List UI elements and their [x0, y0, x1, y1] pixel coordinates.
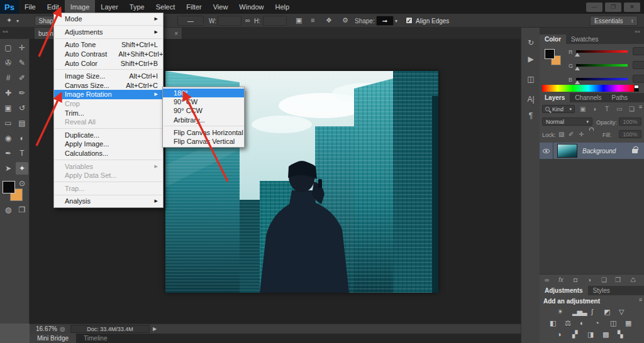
- red-slider[interactable]: [576, 50, 628, 53]
- tab-styles[interactable]: Styles: [588, 286, 615, 295]
- menu-image[interactable]: Image: [65, 0, 96, 14]
- eraser-tool-icon[interactable]: ▭: [2, 117, 14, 129]
- brightness-contrast-icon[interactable]: ☀: [557, 308, 563, 316]
- eyedropper-tool-icon[interactable]: ✐: [16, 72, 28, 84]
- levels-icon[interactable]: ▂▅▃: [572, 308, 586, 316]
- menu-item-duplicate[interactable]: Duplicate...: [54, 131, 163, 140]
- layer-filter-dropdown[interactable]: Kind ▾: [542, 105, 575, 113]
- tab-swatches[interactable]: Swatches: [566, 35, 603, 44]
- visibility-toggle[interactable]: [540, 143, 553, 159]
- vibrance-icon[interactable]: ▽: [619, 308, 623, 316]
- shape-picker-caret-icon[interactable]: ▾: [395, 18, 397, 24]
- submenu-item-90-ccw[interactable]: 90° CCW: [163, 106, 244, 115]
- history-panel-icon[interactable]: ↻: [524, 36, 538, 49]
- width-input[interactable]: [218, 16, 242, 26]
- adjustments-panel-menu-icon[interactable]: ≡: [639, 297, 642, 303]
- lock-position-icon[interactable]: ✛: [579, 131, 584, 138]
- menu-item-mode[interactable]: Mode▶: [54, 14, 163, 24]
- restore-button[interactable]: ❐: [605, 3, 621, 12]
- menu-layer[interactable]: Layer: [95, 0, 124, 14]
- tab-mini-bridge[interactable]: Mini Bridge: [30, 334, 76, 343]
- new-adjustment-layer-icon[interactable]: ◑: [587, 276, 591, 283]
- opacity-value[interactable]: 100%: [619, 117, 641, 126]
- adjustment-filter-icon[interactable]: ◑: [592, 106, 596, 112]
- type-filter-icon[interactable]: T: [605, 106, 609, 112]
- menu-filter[interactable]: Filter: [180, 0, 207, 14]
- menu-item-auto-color[interactable]: Auto ColorShift+Ctrl+B: [54, 58, 163, 68]
- menu-item-analysis[interactable]: Analysis▶: [54, 197, 163, 206]
- menu-item-auto-contrast[interactable]: Auto ContrastAlt+Shift+Ctrl+L: [54, 50, 163, 59]
- invert-icon[interactable]: ◑: [557, 330, 561, 338]
- hand-status-icon[interactable]: ◍: [60, 325, 65, 332]
- blur-tool-icon[interactable]: ◉: [2, 132, 14, 144]
- minimize-button[interactable]: —: [586, 3, 602, 12]
- submenu-item-arbitrary[interactable]: Arbitrary...: [163, 116, 244, 124]
- submenu-item-180[interactable]: 180°: [163, 89, 244, 97]
- curves-icon[interactable]: ∫: [591, 308, 592, 315]
- healing-brush-tool-icon[interactable]: ✚: [2, 87, 14, 99]
- submenu-item-90-cw[interactable]: 90° CW: [163, 97, 244, 106]
- path-selection-tool-icon[interactable]: ➤: [2, 162, 14, 175]
- layer-mask-icon[interactable]: ◘: [574, 276, 577, 283]
- dodge-tool-icon[interactable]: ◐: [16, 132, 28, 144]
- threshold-icon[interactable]: ◨: [587, 330, 593, 339]
- new-layer-icon[interactable]: ❐: [615, 276, 621, 283]
- color-spectrum-bar[interactable]: [542, 85, 634, 92]
- brush-tool-icon[interactable]: ✏: [16, 87, 28, 99]
- new-group-icon[interactable]: ❏: [601, 276, 607, 283]
- move-tool-icon[interactable]: ✛: [16, 41, 28, 54]
- menu-item-image-rotation[interactable]: Image Rotation▶: [54, 90, 163, 99]
- workspace-dropdown[interactable]: Essentials ↕: [590, 16, 638, 26]
- zoom-tool-icon[interactable]: ⊙: [16, 177, 28, 190]
- hue-saturation-icon[interactable]: ◧: [550, 319, 555, 327]
- submenu-item-flip-vertical[interactable]: Flip Canvas Vertical: [163, 137, 244, 146]
- menu-item-trim[interactable]: Trim...: [54, 108, 163, 117]
- paragraph-panel-icon[interactable]: ¶: [524, 109, 538, 122]
- menu-item-canvas-size[interactable]: Canvas Size...Alt+Ctrl+C: [54, 81, 163, 90]
- exposure-icon[interactable]: ◩: [604, 308, 609, 316]
- black-white-icon[interactable]: ◐: [580, 319, 584, 327]
- history-brush-tool-icon[interactable]: ↺: [16, 102, 28, 114]
- tab-color[interactable]: Color: [540, 35, 566, 44]
- green-slider[interactable]: [576, 64, 628, 67]
- link-layers-icon[interactable]: ∞: [545, 276, 549, 283]
- clone-stamp-tool-icon[interactable]: ▣: [2, 102, 14, 114]
- menu-type[interactable]: Type: [124, 0, 150, 14]
- align-edges-checkbox[interactable]: ✓: [406, 17, 413, 24]
- shape-filter-icon[interactable]: ▭: [616, 106, 622, 112]
- gradient-map-icon[interactable]: ▩: [602, 330, 608, 339]
- tool-preset-caret-icon[interactable]: ▾: [16, 18, 19, 24]
- tab-adjustments[interactable]: Adjustments: [540, 286, 588, 295]
- submenu-item-flip-horizontal[interactable]: Flip Canvas Horizontal: [163, 128, 244, 137]
- pen-tool-icon[interactable]: ✒: [2, 147, 14, 160]
- green-value[interactable]: 0: [633, 61, 644, 69]
- path-alignment-icon[interactable]: ≡: [311, 16, 314, 24]
- height-input[interactable]: [263, 16, 287, 26]
- rectangular-marquee-tool-icon[interactable]: ▢: [2, 41, 14, 54]
- stroke-type-dropdown[interactable]: —: [177, 16, 204, 26]
- tab-layers[interactable]: Layers: [540, 93, 570, 102]
- path-arrangement-icon[interactable]: ❖: [326, 16, 332, 24]
- menu-item-auto-tone[interactable]: Auto ToneShift+Ctrl+L: [54, 40, 163, 50]
- color-lookup-icon[interactable]: ▦: [625, 319, 631, 327]
- layer-row-background[interactable]: Background: [540, 143, 644, 159]
- path-operations-icon[interactable]: ▣: [296, 16, 302, 24]
- custom-shape-tool-icon[interactable]: ✦: [16, 162, 28, 175]
- selective-color-icon[interactable]: ▚: [618, 330, 622, 339]
- smart-object-filter-icon[interactable]: ❏: [629, 106, 635, 112]
- fill-value[interactable]: 100%: [619, 130, 641, 138]
- green-slider-handle[interactable]: [575, 67, 580, 70]
- menu-select[interactable]: Select: [150, 0, 181, 14]
- layer-effects-icon[interactable]: fx: [558, 276, 564, 283]
- channel-mixer-icon[interactable]: ◫: [610, 319, 616, 327]
- document-tab-close-icon[interactable]: ×: [174, 30, 178, 37]
- delete-layer-icon[interactable]: ♺: [630, 276, 636, 283]
- link-dimensions-icon[interactable]: ∞: [245, 16, 250, 24]
- photo-filter-icon[interactable]: ◔: [595, 319, 599, 327]
- tool-preset-icon[interactable]: ✦: [6, 16, 12, 24]
- menu-item-adjustments[interactable]: Adjustments▶: [54, 28, 163, 37]
- foreground-color-swatch[interactable]: [3, 181, 15, 193]
- menu-item-image-size[interactable]: Image Size...Alt+Ctrl+I: [54, 72, 163, 81]
- tab-paths[interactable]: Paths: [607, 93, 633, 102]
- gradient-tool-icon[interactable]: ▤: [16, 117, 28, 129]
